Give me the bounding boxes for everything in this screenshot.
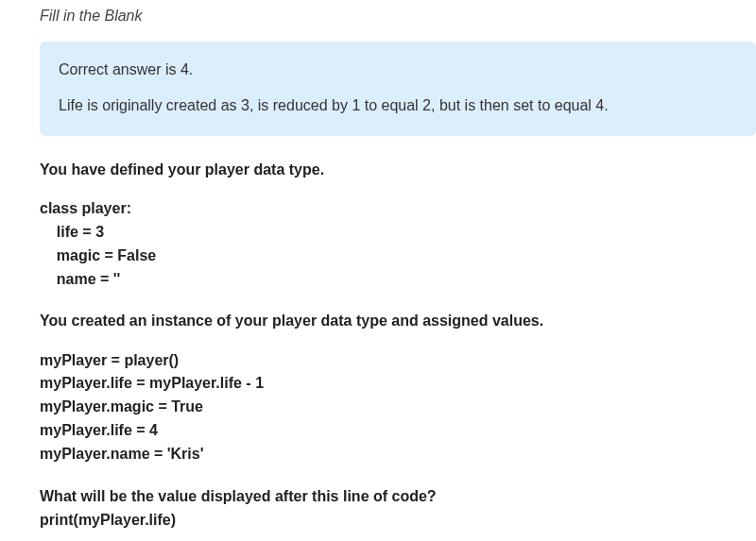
question-prompt: What will be the value displayed after t… (40, 485, 756, 507)
code-block-instance: myPlayer = player() myPlayer.life = myPl… (40, 349, 756, 466)
question-container: Fill in the Blank Correct answer is 4. L… (0, 0, 756, 541)
code-block-print: print(myPlayer.life) (40, 509, 756, 533)
intro-text-1: You have defined your player data type. (40, 159, 756, 180)
intro-text-2: You created an instance of your player d… (40, 310, 756, 331)
feedback-box: Correct answer is 4. Life is originally … (40, 42, 756, 136)
feedback-line-2: Life is originally created as 3, is redu… (59, 94, 737, 117)
code-block-class-def: class player: life = 3 magic = False nam… (40, 197, 756, 291)
feedback-line-1: Correct answer is 4. (59, 59, 737, 81)
question-body: You have defined your player data type. … (40, 159, 756, 541)
question-type-label: Fill in the Blank (40, 8, 756, 25)
